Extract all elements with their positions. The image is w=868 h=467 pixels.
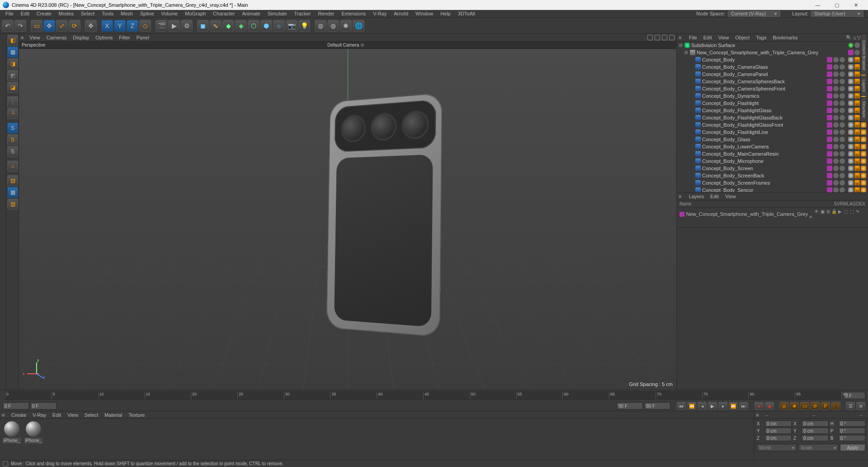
phong-tag[interactable] bbox=[854, 86, 860, 91]
selection-tag[interactable] bbox=[848, 158, 854, 164]
selection-tag[interactable] bbox=[848, 166, 854, 171]
vis-editor[interactable] bbox=[833, 100, 839, 106]
vis-editor[interactable] bbox=[833, 64, 839, 70]
selection-tag[interactable] bbox=[848, 180, 854, 186]
material-list[interactable]: iPhone_iPhone_ bbox=[0, 419, 754, 460]
render-settings[interactable]: ⚙ bbox=[181, 20, 193, 32]
selection-tag[interactable] bbox=[848, 64, 854, 70]
menu-volume[interactable]: Volume bbox=[158, 11, 182, 16]
timeline[interactable]: 051015202530354045505560657075808590 0 F bbox=[0, 390, 868, 401]
search-icon[interactable]: 🔍 bbox=[846, 35, 852, 41]
side-tab-structure[interactable]: Structure bbox=[861, 97, 867, 122]
tree-row[interactable]: Concept_Body_ScreenFrames bbox=[677, 179, 868, 186]
coord-mode-world[interactable]: World▾ bbox=[757, 444, 797, 451]
phong-tag[interactable] bbox=[854, 137, 860, 142]
selection-tag[interactable] bbox=[848, 93, 854, 99]
record-button[interactable]: ● bbox=[755, 402, 764, 410]
tree-row[interactable]: Concept_Body_CameraSpheresBack bbox=[677, 78, 868, 85]
menu-tools[interactable]: Tools bbox=[98, 11, 117, 16]
add-deformer[interactable]: ⬢ bbox=[260, 20, 272, 32]
phong-tag[interactable] bbox=[854, 122, 860, 128]
mat-menu-view[interactable]: View bbox=[64, 412, 81, 418]
mat-menu-select[interactable]: Select bbox=[81, 412, 102, 418]
vray-tag[interactable] bbox=[861, 151, 866, 157]
vis-render[interactable] bbox=[840, 86, 845, 91]
vis-editor[interactable] bbox=[833, 79, 839, 84]
layer-tag[interactable] bbox=[827, 129, 832, 135]
vray-tag[interactable] bbox=[861, 166, 866, 171]
menu-animate[interactable]: Animate bbox=[238, 11, 264, 16]
layer-tag[interactable] bbox=[827, 100, 832, 106]
vp-menu-panel[interactable]: Panel bbox=[133, 35, 152, 40]
render-view[interactable]: 🎬 bbox=[156, 20, 167, 32]
vis-editor[interactable] bbox=[833, 151, 839, 157]
material-item[interactable]: iPhone_ bbox=[3, 421, 21, 457]
layers-menu-layers[interactable]: Layers bbox=[686, 194, 707, 199]
selection-tag[interactable] bbox=[848, 57, 854, 62]
phong-tag[interactable] bbox=[854, 180, 860, 186]
object-tree[interactable]: ⊟Subdivision Surface✕⊟New_Concept_Smartp… bbox=[677, 42, 868, 193]
add-generator2[interactable]: ◈ bbox=[235, 20, 247, 32]
range-start2-field[interactable]: 0 F bbox=[30, 402, 57, 410]
vray-tag[interactable] bbox=[861, 122, 866, 128]
tree-row[interactable]: Concept_Body_CameraSpheresFront bbox=[677, 85, 868, 92]
phong-tag[interactable] bbox=[854, 166, 860, 171]
select-tool[interactable]: ▭ bbox=[31, 20, 42, 32]
home-icon[interactable]: ⌂ bbox=[853, 35, 856, 40]
coord-field[interactable]: 0 ° bbox=[839, 420, 865, 427]
vis-render[interactable] bbox=[840, 187, 845, 193]
add-generator[interactable]: ◆ bbox=[222, 20, 234, 32]
vis-render[interactable] bbox=[840, 79, 845, 84]
phong-tag[interactable] bbox=[854, 173, 860, 178]
texture-mode[interactable]: ▦ bbox=[7, 47, 18, 57]
obj-menu-tags[interactable]: Tags bbox=[753, 35, 769, 40]
vis-editor[interactable] bbox=[833, 144, 839, 149]
selection-tag[interactable] bbox=[848, 86, 854, 91]
tree-row[interactable]: Concept_Body_FlashlightGlass bbox=[677, 107, 868, 114]
axis-x[interactable]: X bbox=[101, 20, 113, 32]
menu-edit[interactable]: Edit bbox=[17, 11, 33, 16]
vis-editor[interactable] bbox=[833, 166, 839, 171]
window-maximize[interactable]: ▢ bbox=[827, 0, 846, 10]
vis-render[interactable] bbox=[840, 57, 845, 62]
vis-editor[interactable] bbox=[833, 93, 839, 99]
key-sel-button[interactable]: ◎ bbox=[779, 402, 788, 410]
node-space-dropdown[interactable]: Current (V-Ray) bbox=[727, 10, 781, 18]
tree-row[interactable]: Concept_Body_Dynamics bbox=[677, 92, 868, 100]
coord-field[interactable]: 0 cm bbox=[802, 428, 828, 434]
phong-tag[interactable] bbox=[854, 64, 860, 70]
menu-mograph[interactable]: MoGraph bbox=[181, 11, 209, 16]
vray-btn2[interactable]: ◍ bbox=[327, 20, 339, 32]
coord-field[interactable]: 0 cm bbox=[765, 428, 792, 434]
phong-tag[interactable] bbox=[854, 158, 860, 164]
window-close[interactable]: ✕ bbox=[846, 0, 865, 10]
hamburger-icon[interactable] bbox=[679, 194, 685, 199]
layer-tag[interactable] bbox=[827, 151, 832, 157]
coord-field[interactable]: 0 ° bbox=[839, 435, 865, 441]
menu-window[interactable]: Window bbox=[412, 11, 437, 16]
tree-row[interactable]: Concept_Body_CameraGlass bbox=[677, 63, 868, 71]
mat-menu-edit[interactable]: Edit bbox=[49, 412, 64, 418]
tree-row[interactable]: Concept_Body_FlashlightGlassBack bbox=[677, 114, 868, 121]
vis-editor[interactable] bbox=[833, 57, 839, 62]
mat-menu-material[interactable]: Material bbox=[101, 412, 125, 418]
tree-row[interactable]: Concept_Body_FlashlightLine bbox=[677, 129, 868, 136]
layer-tag[interactable] bbox=[827, 173, 832, 178]
vp-menu-view[interactable]: View bbox=[26, 35, 43, 40]
vis-editor[interactable] bbox=[833, 86, 839, 91]
hamburger-icon[interactable] bbox=[679, 35, 685, 40]
vp-nav-zoom-icon[interactable] bbox=[655, 35, 660, 40]
vis-editor[interactable] bbox=[833, 158, 839, 164]
add-cube[interactable]: ◼ bbox=[197, 20, 209, 32]
viewport-3d[interactable]: y x z Grid Spacing : 5 cm bbox=[19, 49, 676, 390]
vis-render[interactable] bbox=[840, 144, 845, 149]
menu-character[interactable]: Character bbox=[209, 11, 238, 16]
next-key-button[interactable]: ⏩ bbox=[729, 402, 738, 410]
obj-menu-view[interactable]: View bbox=[715, 35, 732, 40]
selection-tag[interactable] bbox=[848, 144, 854, 149]
add-light[interactable]: 💡 bbox=[298, 20, 310, 32]
selection-tag[interactable] bbox=[848, 137, 854, 142]
workplane-2[interactable]: ▦ bbox=[7, 187, 18, 198]
vp-nav-rotate-icon[interactable] bbox=[662, 35, 667, 40]
vis-render[interactable] bbox=[840, 64, 845, 70]
